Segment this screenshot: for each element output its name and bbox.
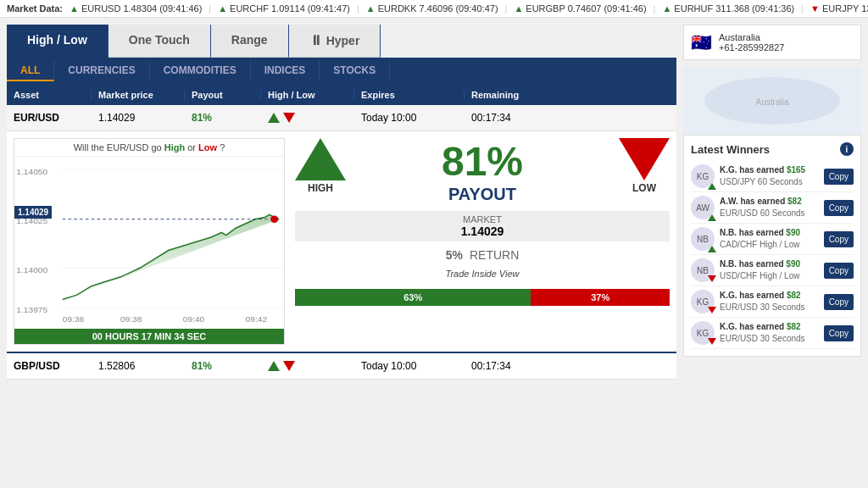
info-icon[interactable]: i (840, 142, 854, 156)
market-price-eurusd: 1.14029 (92, 112, 185, 124)
tab-hyper[interactable]: ⏸ Hyper (289, 25, 381, 58)
market-box-label: MARKET (302, 214, 663, 225)
winner-pair-4: EUR/USD 30 Seconds (720, 302, 805, 312)
market-item-5: ▼ EURJPY 136. (810, 3, 868, 14)
winner-amount-5: $82 (787, 322, 801, 331)
country-map: Australia (683, 67, 861, 135)
country-phone: +61-285992827 (719, 42, 784, 53)
asset-name-eurusd: EUR/USD (7, 112, 92, 124)
trade-buttons: HIGH 81% PAYOUT LOW (295, 138, 670, 204)
asset-row-gbpusd[interactable]: GBP/USD 1.52806 81% Today 10:00 00:17:34 (7, 353, 676, 380)
arrow-up-icon-3: ▲ (514, 3, 523, 14)
winner-pair-3: USD/CHF High / Low (720, 271, 799, 280)
btn-high[interactable]: HIGH (295, 138, 346, 194)
trade-inside-label: Trade Inside View (295, 269, 670, 279)
arrow-down-gbpusd[interactable] (283, 361, 295, 371)
flag-box: 🇦🇺 Austaralia +61-285992827 (683, 25, 861, 60)
tab2-indices[interactable]: INDICES (251, 61, 320, 81)
winner-amount-2: $90 (786, 228, 800, 237)
tab2-commodities[interactable]: COMMODITIES (150, 61, 251, 81)
tab-one-touch[interactable]: One Touch (108, 25, 211, 58)
bar-red: 37% (531, 289, 670, 306)
winner-amount-3: $90 (786, 259, 800, 269)
copy-button-5[interactable]: Copy (824, 325, 854, 341)
th-expires: Expires (354, 90, 465, 100)
trade-panel: HIGH 81% PAYOUT LOW MARKET (295, 138, 670, 345)
winner-name-5: K.G. has earned (720, 322, 787, 331)
arrow-down-eurusd[interactable] (283, 113, 295, 123)
svg-text:1.14000: 1.14000 (16, 265, 47, 274)
winner-pair-0: USD/JPY 60 Seconds (720, 177, 803, 186)
tab2-all[interactable]: ALL (7, 61, 54, 81)
copy-button-0[interactable]: Copy (824, 169, 854, 185)
winner-amount-0: $165 (787, 165, 805, 175)
left-panel: High / Low One Touch Range ⏸ Hyper ALL C… (7, 25, 676, 380)
chart-price-label: 1.14029 (14, 206, 52, 219)
market-item-2: ▲ EURDKK 7.46096 (09:40:47) (366, 3, 498, 14)
chart-area: Will the EUR/USD go High or Low ? 1.1405… (14, 138, 285, 345)
payout-eurusd: 81% (185, 112, 261, 124)
market-price-gbpusd: 1.52806 (92, 360, 185, 372)
high-text: High (164, 142, 185, 152)
arrow-up-icon-2: ▲ (366, 3, 376, 14)
asset-name-gbpusd: GBP/USD (7, 360, 92, 372)
expires-eurusd: Today 10:00 (354, 112, 465, 124)
winners-list: KG K.G. has earned $165 USD/JPY 60 Secon… (691, 161, 854, 349)
copy-button-2[interactable]: Copy (824, 231, 854, 247)
low-text: Low (198, 142, 217, 152)
copy-button-4[interactable]: Copy (824, 294, 854, 310)
bar-green: 63% (295, 289, 531, 306)
btn-low[interactable]: LOW (619, 138, 670, 194)
arrows-eurusd (261, 113, 354, 123)
tab-high-low[interactable]: High / Low (7, 25, 108, 58)
winner-text-4: K.G. has earned $82 EUR/USD 30 Seconds (720, 290, 819, 313)
tab-range[interactable]: Range (211, 25, 289, 58)
winner-name-2: N.B. has earned (720, 228, 786, 237)
winner-item-3: NB N.B. has earned $90 USD/CHF High / Lo… (691, 255, 854, 286)
market-item-3: ▲ EURGBP 0.74607 (09:41:46) (514, 3, 646, 14)
arrow-up-gbpusd[interactable] (268, 361, 280, 371)
winner-item-0: KG K.G. has earned $165 USD/JPY 60 Secon… (691, 161, 854, 192)
market-item-0: ▲ EURUSD 1.48304 (09:41:46) (70, 3, 202, 14)
winner-text-3: N.B. has earned $90 USD/CHF High / Low (720, 258, 819, 282)
winner-pair-2: CAD/CHF High / Low (720, 240, 799, 249)
winner-amount-4: $82 (787, 291, 801, 300)
copy-button-3[interactable]: Copy (824, 263, 854, 279)
low-label: LOW (632, 182, 656, 194)
expires-gbpusd: Today 10:00 (354, 360, 465, 372)
market-box-value: 1.14029 (302, 225, 663, 238)
winner-text-2: N.B. has earned $90 CAD/CHF High / Low (720, 227, 819, 251)
asset-row-eurusd[interactable]: EUR/USD 1.14029 81% Today 10:00 00:17:34 (7, 105, 676, 131)
winner-avatar-4: KG (691, 290, 715, 313)
winner-pair-5: EUR/USD 30 Seconds (720, 334, 805, 343)
svg-text:09:42: 09:42 (246, 314, 268, 324)
trade-bar: 63% 37% (295, 289, 670, 306)
market-price-box: MARKET 1.14029 (295, 211, 670, 241)
map-svg: Australia (696, 71, 849, 130)
tab2-stocks[interactable]: STOCKS (320, 61, 390, 81)
winner-avatar-2: NB (691, 227, 715, 251)
winner-name-4: K.G. has earned (720, 291, 787, 300)
svg-text:09:36: 09:36 (63, 314, 85, 324)
tab2-currencies[interactable]: CURRENCIES (54, 61, 149, 81)
winner-text-5: K.G. has earned $82 EUR/USD 30 Seconds (720, 321, 819, 345)
country-name: Austaralia (719, 32, 784, 42)
low-arrow-icon (619, 138, 670, 180)
svg-text:Australia: Australia (756, 97, 789, 107)
winner-name-3: N.B. has earned (720, 259, 786, 269)
th-payout: Payout (185, 90, 261, 100)
svg-text:1.14050: 1.14050 (16, 167, 47, 176)
winner-item-4: KG K.G. has earned $82 EUR/USD 30 Second… (691, 286, 854, 318)
return-row: 5% RETURN (295, 248, 670, 262)
market-item-1: ▲ EURCHF 1.09114 (09:41:47) (218, 3, 350, 14)
hyper-icon: ⏸ (309, 33, 323, 48)
copy-button-1[interactable]: Copy (824, 200, 854, 216)
svg-marker-8 (63, 214, 280, 299)
market-item-4: ▲ EURHUF 311.368 (09:41:36) (662, 3, 794, 14)
high-label: HIGH (308, 182, 333, 194)
th-remaining: Remaining (465, 90, 558, 100)
tabs-row2: ALL CURRENCIES COMMODITIES INDICES STOCK… (7, 58, 676, 85)
remaining-eurusd: 00:17:34 (465, 112, 558, 124)
market-data-label: Market Data: (7, 3, 63, 14)
arrow-up-eurusd[interactable] (268, 113, 280, 123)
